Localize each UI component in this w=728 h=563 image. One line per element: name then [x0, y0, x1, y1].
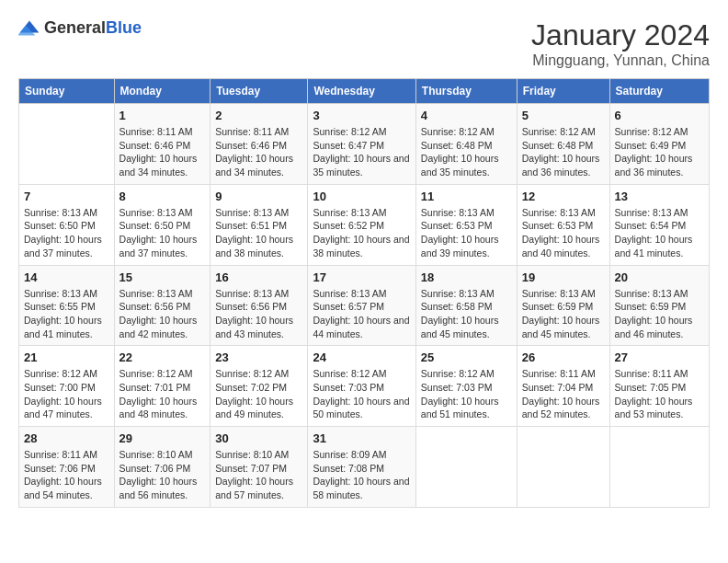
table-row: 15 Sunrise: 8:13 AMSunset: 6:56 PMDaylig… — [114, 265, 210, 346]
table-row: 2 Sunrise: 8:11 AMSunset: 6:46 PMDayligh… — [210, 104, 308, 185]
day-info: Sunrise: 8:12 AMSunset: 7:03 PMDaylight:… — [421, 367, 512, 421]
day-info: Sunrise: 8:13 AMSunset: 6:58 PMDaylight:… — [421, 287, 512, 341]
day-number: 18 — [421, 270, 512, 284]
title-block: January 2024 Mingguang, Yunnan, China — [531, 18, 710, 69]
day-number: 13 — [615, 190, 704, 203]
col-friday: Friday — [517, 79, 609, 104]
table-row: 30 Sunrise: 8:10 AMSunset: 7:07 PMDaylig… — [210, 427, 308, 508]
calendar-week-row: 28 Sunrise: 8:11 AMSunset: 7:06 PMDaylig… — [19, 427, 710, 508]
day-number: 9 — [215, 190, 302, 203]
table-row: 9 Sunrise: 8:13 AMSunset: 6:51 PMDayligh… — [210, 184, 308, 265]
day-info: Sunrise: 8:13 AMSunset: 6:59 PMDaylight:… — [615, 287, 704, 341]
table-row: 29 Sunrise: 8:10 AMSunset: 7:06 PMDaylig… — [114, 427, 210, 508]
calendar-header-row: Sunday Monday Tuesday Wednesday Thursday… — [19, 79, 710, 104]
day-info: Sunrise: 8:13 AMSunset: 6:54 PMDaylight:… — [615, 206, 704, 260]
table-row: 4 Sunrise: 8:12 AMSunset: 6:48 PMDayligh… — [415, 104, 517, 185]
main-title: January 2024 — [531, 18, 710, 52]
table-row: 23 Sunrise: 8:12 AMSunset: 7:02 PMDaylig… — [210, 346, 308, 427]
table-row — [415, 427, 517, 508]
day-number: 1 — [119, 109, 206, 122]
day-number: 8 — [119, 190, 206, 203]
day-number: 7 — [24, 190, 109, 203]
day-info: Sunrise: 8:10 AMSunset: 7:06 PMDaylight:… — [119, 448, 206, 502]
day-number: 6 — [615, 109, 704, 122]
table-row: 26 Sunrise: 8:11 AMSunset: 7:04 PMDaylig… — [517, 346, 609, 427]
table-row: 14 Sunrise: 8:13 AMSunset: 6:55 PMDaylig… — [19, 265, 115, 346]
col-monday: Monday — [114, 79, 210, 104]
day-info: Sunrise: 8:11 AMSunset: 6:46 PMDaylight:… — [215, 125, 302, 179]
day-number: 19 — [522, 270, 605, 284]
logo-icon — [18, 19, 40, 38]
day-info: Sunrise: 8:12 AMSunset: 6:48 PMDaylight:… — [421, 125, 512, 179]
day-number: 22 — [119, 350, 206, 364]
day-info: Sunrise: 8:13 AMSunset: 6:52 PMDaylight:… — [313, 206, 410, 260]
table-row: 28 Sunrise: 8:11 AMSunset: 7:06 PMDaylig… — [19, 427, 115, 508]
day-info: Sunrise: 8:13 AMSunset: 6:57 PMDaylight:… — [313, 287, 410, 341]
day-number: 30 — [215, 431, 302, 445]
calendar-week-row: 1 Sunrise: 8:11 AMSunset: 6:46 PMDayligh… — [19, 104, 710, 185]
col-wednesday: Wednesday — [308, 79, 415, 104]
day-number: 3 — [313, 109, 410, 122]
col-tuesday: Tuesday — [210, 79, 308, 104]
calendar-week-row: 7 Sunrise: 8:13 AMSunset: 6:50 PMDayligh… — [19, 184, 710, 265]
day-number: 10 — [313, 190, 410, 203]
day-info: Sunrise: 8:11 AMSunset: 7:05 PMDaylight:… — [615, 367, 704, 421]
day-number: 2 — [215, 109, 302, 122]
table-row: 8 Sunrise: 8:13 AMSunset: 6:50 PMDayligh… — [114, 184, 210, 265]
day-number: 26 — [522, 350, 605, 364]
page-header: GeneralBlue January 2024 Mingguang, Yunn… — [18, 18, 710, 69]
subtitle: Mingguang, Yunnan, China — [531, 52, 710, 69]
table-row: 25 Sunrise: 8:12 AMSunset: 7:03 PMDaylig… — [415, 346, 517, 427]
day-number: 31 — [313, 431, 410, 445]
day-info: Sunrise: 8:12 AMSunset: 7:00 PMDaylight:… — [24, 367, 109, 421]
day-info: Sunrise: 8:12 AMSunset: 6:48 PMDaylight:… — [522, 125, 605, 179]
table-row: 22 Sunrise: 8:12 AMSunset: 7:01 PMDaylig… — [114, 346, 210, 427]
table-row: 10 Sunrise: 8:13 AMSunset: 6:52 PMDaylig… — [308, 184, 415, 265]
day-number: 20 — [615, 270, 704, 284]
day-info: Sunrise: 8:13 AMSunset: 6:53 PMDaylight:… — [522, 206, 605, 260]
table-row: 5 Sunrise: 8:12 AMSunset: 6:48 PMDayligh… — [517, 104, 609, 185]
logo-general: GeneralBlue — [44, 18, 142, 38]
day-info: Sunrise: 8:13 AMSunset: 6:53 PMDaylight:… — [421, 206, 512, 260]
calendar-week-row: 21 Sunrise: 8:12 AMSunset: 7:00 PMDaylig… — [19, 346, 710, 427]
table-row: 21 Sunrise: 8:12 AMSunset: 7:00 PMDaylig… — [19, 346, 115, 427]
table-row: 31 Sunrise: 8:09 AMSunset: 7:08 PMDaylig… — [308, 427, 415, 508]
table-row: 13 Sunrise: 8:13 AMSunset: 6:54 PMDaylig… — [609, 184, 709, 265]
day-info: Sunrise: 8:13 AMSunset: 6:50 PMDaylight:… — [24, 206, 109, 260]
day-info: Sunrise: 8:13 AMSunset: 6:56 PMDaylight:… — [215, 287, 302, 341]
day-number: 17 — [313, 270, 410, 284]
day-info: Sunrise: 8:13 AMSunset: 6:51 PMDaylight:… — [215, 206, 302, 260]
table-row: 6 Sunrise: 8:12 AMSunset: 6:49 PMDayligh… — [609, 104, 709, 185]
table-row — [517, 427, 609, 508]
day-number: 28 — [24, 431, 109, 445]
day-info: Sunrise: 8:13 AMSunset: 6:56 PMDaylight:… — [119, 287, 206, 341]
day-info: Sunrise: 8:12 AMSunset: 6:47 PMDaylight:… — [313, 125, 410, 179]
day-info: Sunrise: 8:11 AMSunset: 7:04 PMDaylight:… — [522, 367, 605, 421]
day-info: Sunrise: 8:10 AMSunset: 7:07 PMDaylight:… — [215, 448, 302, 502]
day-info: Sunrise: 8:13 AMSunset: 6:59 PMDaylight:… — [522, 287, 605, 341]
day-info: Sunrise: 8:12 AMSunset: 6:49 PMDaylight:… — [615, 125, 704, 179]
day-info: Sunrise: 8:11 AMSunset: 6:46 PMDaylight:… — [119, 125, 206, 179]
day-number: 4 — [421, 109, 512, 122]
table-row: 3 Sunrise: 8:12 AMSunset: 6:47 PMDayligh… — [308, 104, 415, 185]
table-row — [19, 104, 115, 185]
day-info: Sunrise: 8:09 AMSunset: 7:08 PMDaylight:… — [313, 448, 410, 502]
col-sunday: Sunday — [19, 79, 115, 104]
table-row: 19 Sunrise: 8:13 AMSunset: 6:59 PMDaylig… — [517, 265, 609, 346]
day-info: Sunrise: 8:11 AMSunset: 7:06 PMDaylight:… — [24, 448, 109, 502]
table-row — [609, 427, 709, 508]
day-number: 24 — [313, 350, 410, 364]
table-row: 24 Sunrise: 8:12 AMSunset: 7:03 PMDaylig… — [308, 346, 415, 427]
col-thursday: Thursday — [415, 79, 517, 104]
table-row: 11 Sunrise: 8:13 AMSunset: 6:53 PMDaylig… — [415, 184, 517, 265]
day-number: 14 — [24, 270, 109, 284]
col-saturday: Saturday — [609, 79, 709, 104]
day-info: Sunrise: 8:13 AMSunset: 6:50 PMDaylight:… — [119, 206, 206, 260]
calendar-week-row: 14 Sunrise: 8:13 AMSunset: 6:55 PMDaylig… — [19, 265, 710, 346]
day-info: Sunrise: 8:12 AMSunset: 7:01 PMDaylight:… — [119, 367, 206, 421]
day-number: 21 — [24, 350, 109, 364]
day-number: 27 — [615, 350, 704, 364]
table-row: 16 Sunrise: 8:13 AMSunset: 6:56 PMDaylig… — [210, 265, 308, 346]
logo: GeneralBlue — [18, 18, 142, 38]
table-row: 1 Sunrise: 8:11 AMSunset: 6:46 PMDayligh… — [114, 104, 210, 185]
